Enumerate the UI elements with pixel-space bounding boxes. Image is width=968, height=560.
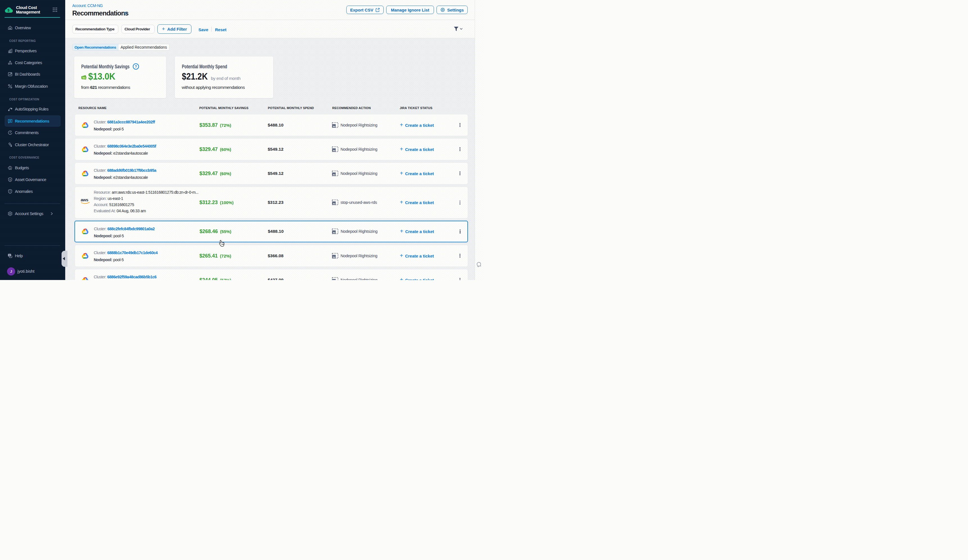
svg-text:$: $ — [10, 179, 11, 181]
svg-text:$: $ — [8, 8, 10, 12]
svg-text:?: ? — [9, 254, 10, 257]
svg-text:?: ? — [134, 65, 137, 69]
svg-text:$: $ — [10, 167, 11, 169]
